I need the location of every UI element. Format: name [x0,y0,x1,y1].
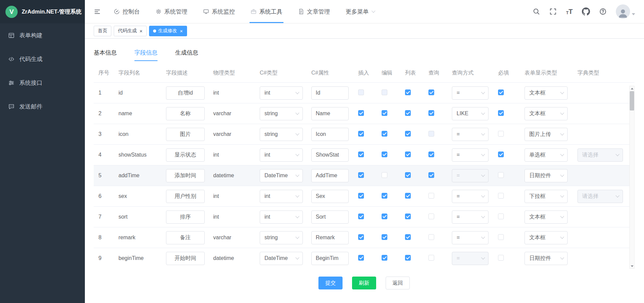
insert-checkbox[interactable] [358,110,364,116]
insert-checkbox[interactable] [358,131,364,137]
sidebar-item-api[interactable]: 系统接口 [0,71,85,95]
required-checkbox[interactable] [498,214,504,219]
query-checkbox[interactable] [428,89,434,95]
sidebar-item-code-gen[interactable]: 代码生成 [0,47,85,71]
required-checkbox[interactable] [498,255,504,261]
required-checkbox[interactable] [498,193,504,199]
query-mode-select[interactable]: = [452,210,489,224]
list-checkbox[interactable] [405,152,411,157]
edit-checkbox[interactable] [382,214,387,219]
nav-item-system-tools[interactable]: 系统工具 [251,0,282,23]
edit-checkbox[interactable] [382,152,387,157]
display-type-select[interactable]: 单选框 [525,148,568,162]
sidebar-item-form-build[interactable]: 表单构建 [0,23,85,47]
query-mode-select[interactable]: = [452,190,489,203]
user-menu[interactable] [616,4,635,19]
list-checkbox[interactable] [405,234,411,240]
scroll-down-button[interactable] [630,264,634,268]
tab-basic-info[interactable]: 基本信息 [94,49,117,61]
query-mode-select[interactable]: = [452,86,489,100]
edit-checkbox[interactable] [382,255,387,261]
cs-property-input[interactable] [311,148,349,162]
nav-item-system-manage[interactable]: 系统管理 [155,0,187,23]
cs-type-select[interactable]: string [260,231,303,244]
insert-checkbox[interactable] [358,255,364,261]
display-type-select[interactable]: 日期控件 [525,252,568,265]
tag-code-gen[interactable]: 代码生成 × [114,26,147,36]
tab-gen-info[interactable]: 生成信息 [175,49,198,61]
column-desc-input[interactable] [166,231,205,244]
display-type-select[interactable]: 文本框 [525,86,568,100]
query-mode-select[interactable]: = [452,231,489,244]
column-desc-input[interactable] [166,107,205,120]
close-icon[interactable]: × [180,28,183,34]
display-type-select[interactable]: 下拉框 [525,190,568,203]
display-type-select[interactable]: 文本框 [525,210,568,224]
list-checkbox[interactable] [405,214,411,219]
insert-checkbox[interactable] [358,172,364,178]
cs-property-input[interactable] [311,210,349,224]
close-icon[interactable]: × [140,28,143,34]
insert-checkbox[interactable] [358,214,364,219]
cs-property-input[interactable] [311,190,349,203]
fullscreen-icon[interactable] [549,8,557,15]
query-checkbox[interactable] [428,255,434,261]
list-checkbox[interactable] [405,131,411,137]
column-desc-input[interactable] [166,190,205,203]
column-desc-input[interactable] [166,210,205,224]
cs-type-select[interactable]: int [260,190,303,203]
required-checkbox[interactable] [498,234,504,240]
required-checkbox[interactable] [498,110,504,116]
display-type-select[interactable]: 文本框 [525,107,568,120]
cs-type-select[interactable]: int [260,210,303,224]
nav-item-dashboard[interactable]: 控制台 [114,0,140,23]
cs-type-select[interactable]: DateTime [260,252,303,265]
query-checkbox[interactable] [428,110,434,116]
list-checkbox[interactable] [405,110,411,116]
cs-type-select[interactable]: string [260,128,303,141]
edit-checkbox[interactable] [382,193,387,199]
submit-button[interactable]: 提交 [318,277,343,289]
edit-checkbox[interactable] [382,172,387,178]
display-type-select[interactable]: 日期控件 [525,169,568,182]
github-icon[interactable] [582,7,590,16]
column-desc-input[interactable] [166,252,205,265]
list-checkbox[interactable] [405,193,411,199]
insert-checkbox[interactable] [358,152,364,157]
column-desc-input[interactable] [166,128,205,141]
display-type-select[interactable]: 文本框 [525,231,568,244]
scroll-up-button[interactable] [630,86,634,91]
tab-field-info[interactable]: 字段信息 [134,49,158,61]
query-checkbox[interactable] [428,193,434,199]
required-checkbox[interactable] [498,131,504,137]
query-checkbox[interactable] [428,234,434,240]
nav-item-more-menu[interactable]: 更多菜单 [346,0,375,23]
scrollbar-thumb[interactable] [630,91,634,110]
back-button[interactable]: 返回 [386,277,410,289]
query-mode-select[interactable]: LIKE [452,107,489,120]
edit-checkbox[interactable] [382,234,387,240]
display-type-select[interactable]: 图片上传 [525,128,568,141]
list-checkbox[interactable] [405,255,411,261]
required-checkbox[interactable] [498,172,504,178]
font-size-icon[interactable]: TT [566,8,573,15]
cs-type-select[interactable]: int [260,148,303,162]
cs-type-select[interactable]: int [260,86,303,100]
edit-checkbox[interactable] [382,131,387,137]
list-checkbox[interactable] [405,172,411,178]
cs-property-input[interactable] [311,128,349,141]
cs-property-input[interactable] [311,252,349,265]
query-checkbox[interactable] [428,152,434,157]
query-mode-select[interactable]: = [452,148,489,162]
required-checkbox[interactable] [498,152,504,157]
insert-checkbox[interactable] [358,193,364,199]
query-checkbox[interactable] [428,172,434,178]
cs-type-select[interactable]: string [260,107,303,120]
edit-checkbox[interactable] [382,110,387,116]
required-checkbox[interactable] [498,89,504,95]
query-mode-select[interactable]: = [452,128,489,141]
tag-home[interactable]: 首页 [94,26,111,36]
column-desc-input[interactable] [166,169,205,182]
search-icon[interactable] [533,8,540,15]
column-desc-input[interactable] [166,148,205,162]
